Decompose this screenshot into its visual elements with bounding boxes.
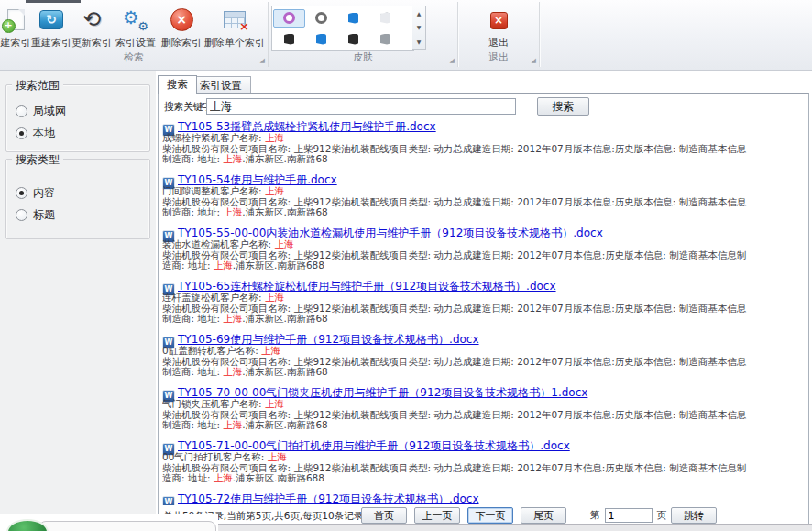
page-suffix-label: 页 xyxy=(657,509,667,522)
skin-theme-silver[interactable] xyxy=(369,30,401,49)
jump-button[interactable]: 跳转 xyxy=(671,507,717,524)
search-button[interactable]: 搜索 xyxy=(537,97,589,116)
radio-lan[interactable]: 局域网 xyxy=(16,104,66,119)
skin-gallery-scroll[interactable]: ▲ ▼ ▼ xyxy=(412,6,426,50)
background-window-fragment xyxy=(38,521,216,531)
result-link[interactable]: TY105-54使用与维护手册.docx xyxy=(178,173,337,186)
delete-index-icon: × xyxy=(170,8,193,31)
last-page-button[interactable]: 尾页 xyxy=(521,507,566,524)
skin-swatch-icon xyxy=(283,12,295,24)
radio-local[interactable]: 本地 xyxy=(16,126,55,141)
dialog-launcher-icon[interactable]: ◢ xyxy=(260,58,265,64)
scroll-up-icon[interactable]: ▲ xyxy=(412,6,425,20)
exit-button[interactable]: × 退出 xyxy=(471,4,526,50)
result-detail-line: 制造商: 地址: 上海.浦东新区.南新路68 xyxy=(162,367,806,378)
skin-theme-blue-2013[interactable] xyxy=(305,30,337,49)
result-link[interactable]: TY105-70-00-00气门锁夹压机使用与维护手册（912项目设备技术规格书… xyxy=(178,386,587,399)
skin-theme-dark[interactable] xyxy=(337,30,369,49)
result-detail-line: 制造商: 地址: 上海.浦东新区.南新路68 xyxy=(162,154,806,165)
result-item: WTY105-72使用与维护手册（912项目设备技术规格书）.docx xyxy=(162,491,806,505)
delete-single-index-button[interactable]: × 删除单个索引 xyxy=(196,4,273,50)
keyword-highlight: 上海 xyxy=(265,132,284,143)
result-item: WTY105-71-00-00气门拍打机使用与维护手册（912项目设备技术规格书… xyxy=(162,437,806,491)
keyword-highlight: 上海 xyxy=(223,206,242,217)
update-index-icon: ⟲ xyxy=(82,8,101,30)
search-keyword-input[interactable] xyxy=(206,98,516,115)
radio-icon[interactable] xyxy=(16,187,27,199)
next-page-button[interactable]: 下一页 xyxy=(467,507,513,524)
result-link[interactable]: TY105-53摇臂总成螺栓拧紧机使用与维护手册.docx xyxy=(178,120,436,133)
keyword-highlight: 上海 xyxy=(268,451,287,462)
result-item: WTY105-65连杆螺栓旋松机使用与维护手册（912项目设备技术规格书）.do… xyxy=(162,278,806,331)
radio-icon[interactable] xyxy=(16,105,27,117)
keyword-highlight: 上海 xyxy=(265,292,284,303)
skin-theme-blue[interactable] xyxy=(337,9,369,28)
result-item: WTY105-54使用与维护手册.docx门间隙调整机客户名称: 上海柴油机股份… xyxy=(162,171,806,225)
radio-icon[interactable] xyxy=(16,127,27,139)
skin-swatch-icon xyxy=(316,34,326,45)
tab-search[interactable]: 搜索 xyxy=(158,75,197,94)
skin-theme-black[interactable] xyxy=(273,30,305,49)
dialog-launcher-icon[interactable]: ◢ xyxy=(532,58,536,64)
skin-swatch-icon xyxy=(380,13,390,24)
prev-page-button[interactable]: 上一页 xyxy=(414,507,460,524)
result-link[interactable]: TY105-55-00-00内装油水道检漏机使用与维护手册（912项目设备技术规… xyxy=(178,227,603,239)
search-row: 搜索关键字 搜索 xyxy=(159,97,808,116)
result-link[interactable]: TY105-72使用与维护手册（912项目设备技术规格书）.docx xyxy=(178,492,479,505)
search-type-groupbox: 搜索类型 内容 标题 xyxy=(5,159,150,239)
group-label-skin: 皮肤 xyxy=(269,50,457,64)
result-detail-line: 制造商: 地址: 上海.浦东新区.南新路68 xyxy=(162,207,806,218)
keyword-highlight: 上海 xyxy=(223,419,242,430)
pagination: 总共59条记录,当前第5页,共6页,每页10条记录 首页上一页下一页尾页 第 页… xyxy=(161,507,806,524)
radio-title[interactable]: 标题 xyxy=(16,207,55,223)
keyword-highlight: 上海 xyxy=(261,345,280,356)
create-index-icon: + xyxy=(7,9,25,30)
skin-theme-gray-ring[interactable] xyxy=(305,9,337,28)
sidebar: 搜索范围 局域网 本地 搜索类型 内容 标题 xyxy=(0,71,157,524)
search-scope-groupbox: 搜索范围 局域网 本地 xyxy=(5,84,150,152)
button-label: 退出 xyxy=(471,36,526,50)
result-link[interactable]: TY105-69使用与维护手册（912项目设备技术规格书）.docx xyxy=(178,333,479,346)
radio-icon[interactable] xyxy=(16,209,27,221)
tab-index-settings[interactable]: 索引设置 xyxy=(191,76,251,94)
page-number-input[interactable] xyxy=(605,508,653,523)
delete-single-index-icon: × xyxy=(224,11,246,28)
skin-theme-light[interactable] xyxy=(369,9,401,28)
result-item: WTY105-55-00-00内装油水道检漏机使用与维护手册（912项目设备技术… xyxy=(162,225,806,278)
main-area: 搜索 索引设置 搜索关键字 搜索 WTY105-53摇臂总成螺栓拧紧机使用与维护… xyxy=(156,71,812,524)
ribbon-group-skin: ▲ ▼ ▼ 皮肤 ◢ xyxy=(269,2,458,67)
skin-swatch-icon xyxy=(380,34,390,45)
group-label-retrieval: 检索 xyxy=(0,50,268,64)
keyword-highlight: 上海 xyxy=(223,313,242,324)
radio-content[interactable]: 内容 xyxy=(16,185,55,201)
first-page-button[interactable]: 首页 xyxy=(361,507,407,524)
exit-icon: × xyxy=(490,12,508,29)
results-list: WTY105-53摇臂总成螺栓拧紧机使用与维护手册.docx成螺栓拧紧机客户名称… xyxy=(162,118,806,505)
skin-gallery xyxy=(271,6,414,51)
pagination-buttons: 首页上一页下一页尾页 xyxy=(361,507,566,524)
search-scope-title: 搜索范围 xyxy=(12,78,63,94)
radio-label: 内容 xyxy=(33,185,55,201)
page-prefix-label: 第 xyxy=(590,509,600,522)
result-link[interactable]: TY105-71-00-00气门拍打机使用与维护手册（912项目设备技术规格书）… xyxy=(178,439,570,452)
dialog-launcher-icon[interactable]: ◢ xyxy=(450,58,455,64)
skin-swatch-icon xyxy=(348,34,358,45)
result-detail-line: 造商: 地址: 上海.浦东新区.南新路688 xyxy=(162,260,806,271)
result-link[interactable]: TY105-65连杆螺栓旋松机使用与维护手册（912项目设备技术规格书）.doc… xyxy=(178,280,556,293)
radio-label: 局域网 xyxy=(33,104,66,119)
keyword-highlight: 上海 xyxy=(223,366,242,377)
ribbon-group-exit: × 退出 退出 ◢ xyxy=(458,2,540,67)
result-detail-line: 造商: 地址: 上海.浦东新区.南新路688 xyxy=(162,473,806,484)
result-detail-line: 制造商: 地址: 上海.浦东新区.南新路68 xyxy=(162,314,806,325)
skin-swatch-icon xyxy=(348,13,358,24)
word-doc-icon: W xyxy=(162,496,175,505)
radio-label: 本地 xyxy=(33,126,55,141)
skin-theme-purple-ring[interactable] xyxy=(273,9,305,28)
rebuild-index-icon: ↻ xyxy=(39,10,63,29)
gallery-expand-icon[interactable]: ▼ xyxy=(412,35,425,49)
scroll-down-icon[interactable]: ▼ xyxy=(412,20,425,34)
result-detail-line: 制造商: 地址: 上海.浦东新区.南新路68 xyxy=(162,420,806,431)
skin-swatch-icon xyxy=(315,12,327,24)
group-label-exit: 退出 xyxy=(458,50,539,64)
keyword-highlight: 上海 xyxy=(214,260,233,271)
